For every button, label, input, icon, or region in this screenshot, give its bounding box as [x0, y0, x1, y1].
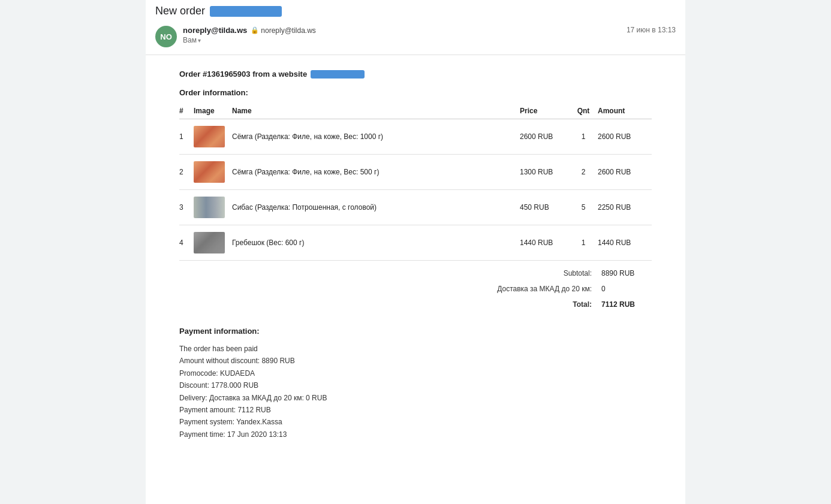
- row-qnt: 5: [574, 190, 598, 225]
- row-amount: 1440 RUB: [598, 225, 652, 261]
- row-image: [194, 155, 232, 190]
- col-header-image: Image: [194, 104, 232, 119]
- row-name: Сёмга (Разделка: Филе, на коже, Вес: 500…: [232, 155, 520, 190]
- payment-line: Payment time: 17 Jun 2020 13:13: [179, 428, 652, 440]
- table-row: 3Сибас (Разделка: Потрошенная, с головой…: [179, 190, 652, 225]
- delivery-value: 0: [592, 285, 652, 293]
- row-amount: 2250 RUB: [598, 190, 652, 225]
- table-row: 2Сёмга (Разделка: Филе, на коже, Вес: 50…: [179, 155, 652, 190]
- order-table: # Image Name Price Qnt Amount 1Сёмга (Ра…: [179, 104, 652, 261]
- subtotal-label: Subtotal:: [496, 269, 592, 277]
- total-label: Total:: [496, 300, 592, 309]
- delivery-label: Доставка за МКАД до 20 км:: [496, 285, 592, 293]
- row-price: 1300 RUB: [520, 155, 574, 190]
- payment-line: The order has been paid: [179, 343, 652, 355]
- to-row[interactable]: Вам ▾: [183, 36, 316, 44]
- order-info-title: Order information:: [179, 88, 652, 97]
- row-qnt: 1: [574, 225, 598, 261]
- row-name: Гребешок (Вес: 600 г): [232, 225, 520, 261]
- total-value: 7112 RUB: [592, 300, 652, 309]
- payment-line: Discount: 1778.000 RUB: [179, 379, 652, 391]
- payment-section: Payment information: The order has been …: [179, 327, 652, 440]
- payment-info: The order has been paidAmount without di…: [179, 343, 652, 440]
- email-wrapper: New order NO noreply@tilda.ws 🔒 noreply@…: [146, 0, 685, 504]
- row-image: [194, 225, 232, 261]
- payment-line: Delivery: Доставка за МКАД до 20 км: 0 R…: [179, 392, 652, 404]
- subject-redacted-block: [210, 6, 282, 17]
- payment-line: Payment system: Yandex.Kassa: [179, 416, 652, 428]
- sender-name-row: noreply@tilda.ws 🔒 noreply@tilda.ws: [183, 26, 316, 35]
- payment-info-title: Payment information:: [179, 327, 652, 336]
- row-num: 3: [179, 190, 194, 225]
- sender-left: NO noreply@tilda.ws 🔒 noreply@tilda.ws В…: [155, 26, 316, 47]
- subject-text: New order: [155, 5, 205, 17]
- col-header-num: #: [179, 104, 194, 119]
- subtotal-value: 8890 RUB: [592, 269, 652, 277]
- payment-line: Payment amount: 7112 RUB: [179, 404, 652, 416]
- row-price: 2600 RUB: [520, 119, 574, 155]
- payment-line: Amount without discount: 8890 RUB: [179, 355, 652, 367]
- total-row: Total: 7112 RUB: [179, 297, 652, 312]
- table-row: 4Гребешок (Вес: 600 г)1440 RUB11440 RUB: [179, 225, 652, 261]
- row-amount: 2600 RUB: [598, 119, 652, 155]
- sender-row: NO noreply@tilda.ws 🔒 noreply@tilda.ws В…: [155, 23, 676, 52]
- row-name: Сибас (Разделка: Потрошенная, с головой): [232, 190, 520, 225]
- row-qnt: 1: [574, 119, 598, 155]
- row-num: 2: [179, 155, 194, 190]
- table-header-row: # Image Name Price Qnt Amount: [179, 104, 652, 119]
- email-body: Order #1361965903 from a website Order i…: [146, 55, 685, 455]
- row-price: 1440 RUB: [520, 225, 574, 261]
- col-header-name: Name: [232, 104, 520, 119]
- col-header-qnt: Qnt: [574, 104, 598, 119]
- row-amount: 2600 RUB: [598, 155, 652, 190]
- order-title: Order #1361965903 from a website: [179, 70, 652, 79]
- row-image: [194, 190, 232, 225]
- lock-icon: 🔒: [251, 26, 259, 34]
- order-redacted-block: [311, 70, 365, 79]
- row-num: 4: [179, 225, 194, 261]
- row-qnt: 2: [574, 155, 598, 190]
- table-row: 1Сёмга (Разделка: Филе, на коже, Вес: 10…: [179, 119, 652, 155]
- sender-name: noreply@tilda.ws: [183, 26, 247, 35]
- row-price: 450 RUB: [520, 190, 574, 225]
- subject-line: New order: [155, 5, 676, 17]
- chevron-down-icon: ▾: [198, 37, 201, 44]
- row-num: 1: [179, 119, 194, 155]
- delivery-row: Доставка за МКАД до 20 км: 0: [179, 281, 652, 297]
- email-top-bar: New order NO noreply@tilda.ws 🔒 noreply@…: [146, 0, 685, 55]
- col-header-price: Price: [520, 104, 574, 119]
- avatar: NO: [155, 26, 177, 47]
- row-image: [194, 119, 232, 155]
- payment-line: Promocode: KUDAEDA: [179, 367, 652, 379]
- sender-email-badge: 🔒 noreply@tilda.ws: [251, 26, 316, 35]
- timestamp: 17 июн в 13:13: [627, 26, 676, 34]
- sender-info: noreply@tilda.ws 🔒 noreply@tilda.ws Вам …: [183, 26, 316, 44]
- col-header-amount: Amount: [598, 104, 652, 119]
- row-name: Сёмга (Разделка: Филе, на коже, Вес: 100…: [232, 119, 520, 155]
- subtotal-row: Subtotal: 8890 RUB: [179, 265, 652, 281]
